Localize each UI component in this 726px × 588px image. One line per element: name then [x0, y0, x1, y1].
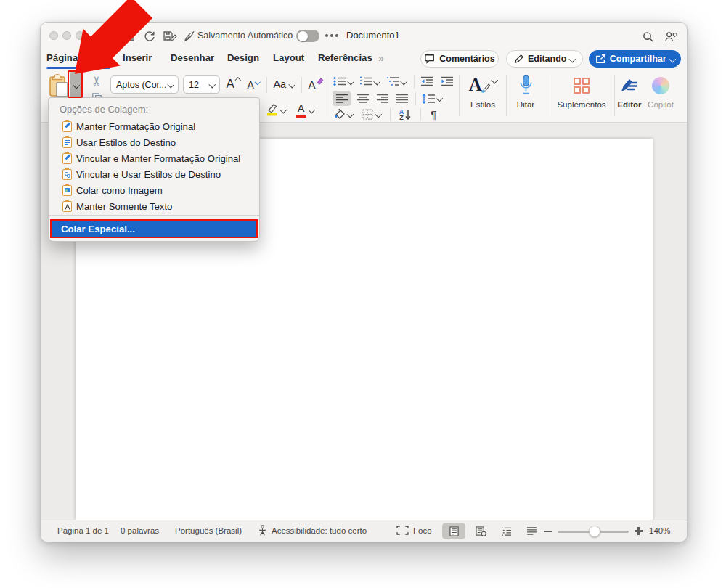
cut-button[interactable]: ✂	[89, 73, 105, 88]
zoom-slider-thumb[interactable]	[589, 526, 600, 537]
shrink-font-button[interactable]: A	[244, 77, 263, 93]
word-count-label[interactable]: 0 palavras	[121, 526, 159, 535]
menu-item-link-keep-formatting[interactable]: Vincular e Manter Formatação Original	[49, 150, 259, 166]
line-spacing-icon	[422, 94, 435, 104]
share-button[interactable]: Compartilhar	[589, 50, 681, 68]
autosave-toggle[interactable]	[296, 30, 319, 42]
font-color-swatch	[296, 115, 306, 118]
addins-label: Suplementos	[552, 100, 611, 109]
save-icon[interactable]	[123, 30, 136, 43]
share-contact-icon[interactable]	[664, 30, 677, 44]
menu-item-paste-special[interactable]: Colar Especial...	[50, 219, 258, 238]
editing-mode-button[interactable]: Editando	[506, 50, 583, 68]
pen-quill-icon[interactable]	[183, 30, 196, 43]
styles-button[interactable]: A	[466, 73, 499, 97]
increase-indent-button[interactable]	[439, 74, 455, 89]
paste-menu-header: Opções de Colagem:	[60, 104, 148, 115]
tab-pagina-inicial[interactable]: Página Inicial	[46, 52, 107, 63]
pencil-icon	[514, 54, 524, 64]
search-icon[interactable]	[642, 30, 655, 44]
font-color-button[interactable]: A	[293, 102, 317, 118]
save-as-icon[interactable]	[163, 30, 176, 43]
chevron-down-icon	[436, 95, 443, 102]
borders-button[interactable]	[360, 107, 383, 121]
zoom-window-button[interactable]	[76, 31, 84, 40]
bullet-list-icon	[333, 76, 346, 86]
arrow-down-icon	[405, 110, 411, 120]
multilevel-list-button[interactable]	[385, 74, 408, 89]
bullet-list-button[interactable]	[333, 74, 354, 89]
menu-item-keep-source-formatting[interactable]: Manter Formatação Original	[49, 118, 259, 134]
web-layout-view-button[interactable]	[469, 523, 492, 539]
align-left-icon	[336, 94, 348, 104]
menu-item-use-destination-styles[interactable]: Usar Estilos do Destino	[49, 134, 259, 150]
undo-icon[interactable]	[143, 30, 156, 43]
print-layout-view-button[interactable]	[442, 523, 465, 539]
tab-design[interactable]: Design	[227, 52, 259, 63]
menu-item-keep-text-only[interactable]: Manter Somente Texto	[49, 198, 259, 214]
copilot-label: Copilot	[643, 100, 678, 109]
web-layout-icon	[476, 526, 486, 536]
copilot-button[interactable]	[646, 74, 675, 97]
minimize-window-button[interactable]	[62, 31, 71, 40]
menu-item-link-use-destination-styles[interactable]: Vincular e Usar Estilos de Destino	[49, 166, 259, 182]
focus-label[interactable]: Foco	[413, 526, 432, 535]
editor-button[interactable]	[617, 74, 642, 97]
comments-button[interactable]: Comentários	[420, 50, 499, 68]
chevron-down-icon	[308, 106, 314, 113]
tab-overflow-chevron[interactable]: »	[378, 52, 384, 64]
align-center-button[interactable]	[354, 91, 372, 106]
menu-item-paste-as-picture[interactable]: Colar como Imagem	[49, 182, 259, 198]
styles-label: Estilos	[466, 100, 499, 109]
shading-button[interactable]	[333, 107, 354, 121]
align-left-button[interactable]	[333, 91, 351, 106]
share-label: Compartilhar	[610, 54, 666, 64]
sort-button[interactable]: A Z	[396, 107, 415, 121]
font-size-select[interactable]: 12	[183, 75, 220, 94]
highlighter-pen-icon	[266, 103, 279, 116]
home-icon[interactable]	[102, 30, 115, 43]
clipboard-pencil-icon	[62, 121, 72, 132]
accessibility-label[interactable]: Acessibilidade: tudo certo	[272, 526, 367, 535]
font-name-select[interactable]: Aptos (Cor...	[110, 75, 179, 94]
tab-desenhar[interactable]: Desenhar	[171, 52, 214, 63]
chevron-down-icon	[669, 55, 675, 62]
caret-up-icon	[235, 78, 241, 83]
page-count-label[interactable]: Página 1 de 1	[57, 526, 109, 535]
chevron-down-icon	[280, 106, 287, 113]
close-window-button[interactable]	[49, 31, 58, 40]
outline-view-button[interactable]	[494, 523, 518, 539]
chevron-down-icon	[289, 81, 295, 87]
more-options-icon[interactable]	[325, 34, 341, 37]
title-bar: Salvamento Automático Documento1	[41, 23, 687, 49]
align-center-icon	[357, 94, 369, 104]
grow-font-button[interactable]: A	[224, 75, 242, 93]
tab-referencias[interactable]: Referências	[318, 52, 372, 63]
copilot-icon	[652, 77, 669, 94]
decrease-indent-button[interactable]	[419, 74, 435, 89]
language-label[interactable]: Português (Brasil)	[175, 526, 242, 535]
tab-inserir[interactable]: Inserir	[123, 52, 152, 63]
chevron-down-icon	[375, 111, 382, 118]
editor-label: Editor	[613, 100, 646, 109]
clear-formatting-button[interactable]: A	[305, 75, 327, 93]
line-spacing-button[interactable]	[420, 91, 444, 106]
zoom-out-button[interactable]	[544, 531, 552, 532]
show-paragraph-marks-button[interactable]: ¶	[425, 107, 441, 121]
tab-layout[interactable]: Layout	[273, 52, 304, 63]
justify-button[interactable]	[393, 91, 411, 106]
dictate-button[interactable]	[513, 72, 539, 98]
share-icon	[595, 54, 606, 64]
font-size-value: 12	[189, 80, 199, 90]
numbered-list-icon	[359, 76, 372, 86]
zoom-in-button[interactable]	[635, 527, 643, 535]
draft-view-button[interactable]	[520, 523, 543, 539]
align-right-button[interactable]	[373, 91, 391, 106]
chevron-down-icon	[401, 78, 407, 84]
paste-options-menu: Opções de Colagem: Manter Formatação Ori…	[48, 97, 260, 242]
change-case-button[interactable]: Aa	[270, 75, 298, 93]
zoom-percentage-label[interactable]: 140%	[649, 526, 670, 535]
numbered-list-button[interactable]	[359, 74, 380, 89]
addins-button[interactable]	[565, 74, 598, 97]
text-highlight-button[interactable]	[263, 102, 289, 118]
